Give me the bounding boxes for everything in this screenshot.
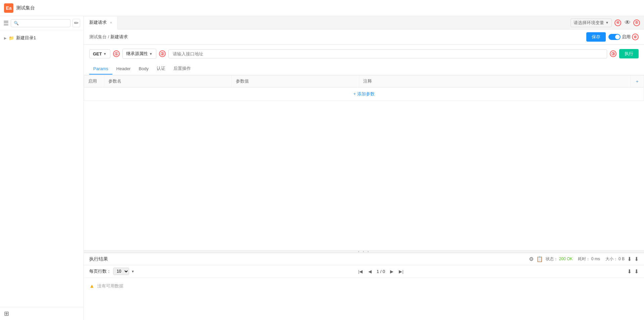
circle-3: ③ bbox=[610, 50, 616, 57]
size-label: 大小： 0 B bbox=[605, 256, 625, 262]
breadcrumb: 测试集台 / 新建请求 bbox=[89, 34, 128, 40]
page-size-label: 每页行数： bbox=[89, 268, 111, 274]
inherit-chevron: ▼ bbox=[149, 52, 153, 56]
tabs-nav: Params Header Body 认证 后置操作 bbox=[84, 63, 644, 75]
env-selector[interactable]: 请选择环境变量 ▼ bbox=[571, 18, 612, 27]
middle-area bbox=[84, 101, 644, 250]
circle-2: ② bbox=[159, 50, 166, 57]
results-header: 执行结果 ⚙ 📋 状态： 200 OK 耗时： 0 ms bbox=[84, 253, 644, 265]
last-page-btn[interactable]: ▶| bbox=[397, 267, 405, 275]
page-info: 1 / 0 bbox=[377, 269, 385, 274]
col-add[interactable]: + bbox=[631, 76, 644, 87]
tab-label: 新建请求 bbox=[89, 19, 107, 26]
search-box: 🔍 bbox=[11, 19, 70, 27]
col-comment: 注释 bbox=[359, 76, 631, 87]
chevron-down-icon: ▼ bbox=[605, 21, 609, 25]
inherit-label: 继承源属性 bbox=[126, 51, 148, 57]
params-section: 启用 参数名 参数值 注释 + + 添加参数 bbox=[84, 75, 644, 101]
sort-icon[interactable]: ⬇ bbox=[634, 268, 639, 275]
first-page-btn[interactable]: |◀ bbox=[357, 267, 365, 275]
copy-icon[interactable]: 📋 bbox=[536, 256, 543, 262]
warning-icon: ▲ bbox=[89, 283, 95, 289]
status-label: 状态： 200 OK bbox=[546, 256, 573, 262]
exec-button[interactable]: 执行 bbox=[619, 49, 639, 58]
no-data-label: 没有可用数据 bbox=[97, 283, 123, 289]
pagination: |◀ ◀ 1 / 0 ▶ ▶| bbox=[357, 267, 405, 275]
circle-4: ④ bbox=[614, 19, 621, 26]
toolbar-right: ⬇ ⬇ bbox=[627, 268, 639, 275]
request-area: GET ▼ ① 继承源属性 ▼ ② ③ 执行 bbox=[84, 45, 644, 63]
folder-label: 新建目录1 bbox=[16, 35, 36, 41]
col-param-name: 参数名 bbox=[104, 76, 232, 87]
results-meta: 状态： 200 OK 耗时： 0 ms 大小： 0 B bbox=[546, 256, 625, 262]
method-select[interactable]: GET ▼ bbox=[89, 49, 110, 58]
enable-toggle-wrap: 启用 ⑥ bbox=[608, 34, 639, 40]
tab-header[interactable]: Header bbox=[112, 63, 135, 75]
folder-expand-icon: ▶ bbox=[4, 36, 7, 40]
eye-icon[interactable]: 👁 bbox=[625, 19, 631, 26]
filter-icon[interactable]: ⬇ bbox=[634, 256, 639, 262]
next-page-btn[interactable]: ▶ bbox=[388, 267, 396, 275]
tab-close-icon[interactable]: × bbox=[110, 21, 112, 25]
save-button[interactable]: 保存 bbox=[586, 32, 606, 42]
circle-5: ⑤ bbox=[633, 19, 640, 26]
method-chevron: ▼ bbox=[103, 52, 107, 56]
col-param-value: 参数值 bbox=[232, 76, 359, 87]
grid-icon[interactable]: ⊞ bbox=[4, 310, 9, 317]
search-icon: 🔍 bbox=[14, 21, 19, 26]
env-label: 请选择环境变量 bbox=[574, 20, 604, 26]
inherit-select[interactable]: 继承源属性 ▼ bbox=[122, 49, 156, 59]
tab-new-request[interactable]: 新建请求 × bbox=[84, 16, 118, 30]
settings-icon[interactable]: ⚙ bbox=[529, 256, 534, 262]
time-label: 耗时： 0 ms bbox=[578, 256, 600, 262]
download-icon[interactable]: ⬇ bbox=[627, 256, 632, 262]
download-result-icon[interactable]: ⬇ bbox=[627, 268, 632, 275]
col-enable: 启用 bbox=[84, 76, 104, 87]
app-title: 测试集台 bbox=[16, 5, 35, 11]
method-value: GET bbox=[93, 51, 102, 56]
page-size-chevron: ▼ bbox=[131, 270, 135, 273]
url-input[interactable] bbox=[168, 49, 607, 58]
results-title: 执行结果 bbox=[89, 256, 108, 262]
results-icons: ⚙ 📋 状态： 200 OK 耗时： 0 ms 大小： 0 bbox=[529, 256, 639, 262]
add-param-btn[interactable]: + 添加参数 bbox=[84, 87, 644, 101]
new-request-icon[interactable]: ✏ bbox=[72, 19, 80, 27]
params-table: 启用 参数名 参数值 注释 + bbox=[84, 75, 644, 87]
prev-page-btn[interactable]: ◀ bbox=[366, 267, 374, 275]
enable-label: 启用 bbox=[622, 34, 631, 40]
circle-6: ⑥ bbox=[632, 34, 639, 40]
page-size-control: 每页行数： 10 20 50 ▼ bbox=[89, 268, 135, 275]
folder-icon: 📁 bbox=[9, 36, 14, 41]
results-area: 执行结果 ⚙ 📋 状态： 200 OK 耗时： 0 ms bbox=[84, 253, 644, 320]
divider-bar[interactable]: • • • bbox=[84, 250, 644, 253]
status-value: 200 OK bbox=[559, 257, 573, 261]
sidebar-item-folder1[interactable]: ▶ 📁 新建目录1 bbox=[0, 33, 84, 43]
circle-1: ① bbox=[113, 50, 120, 57]
app-logo: Ea bbox=[4, 3, 13, 13]
tab-body[interactable]: Body bbox=[135, 63, 153, 75]
page-size-select[interactable]: 10 20 50 bbox=[113, 268, 129, 275]
search-input[interactable] bbox=[21, 21, 67, 26]
tab-params[interactable]: Params bbox=[89, 63, 112, 75]
enable-toggle[interactable] bbox=[608, 34, 621, 40]
no-data-row: ▲ 没有可用数据 bbox=[84, 278, 644, 294]
toggle-knob bbox=[615, 35, 620, 39]
menu-icon[interactable]: ☰ bbox=[3, 19, 9, 27]
tab-auth[interactable]: 认证 bbox=[153, 63, 169, 75]
tab-post-action[interactable]: 后置操作 bbox=[169, 63, 195, 75]
results-toolbar: 每页行数： 10 20 50 ▼ |◀ ◀ 1 / 0 ▶ ▶| ⬇ bbox=[84, 265, 644, 278]
